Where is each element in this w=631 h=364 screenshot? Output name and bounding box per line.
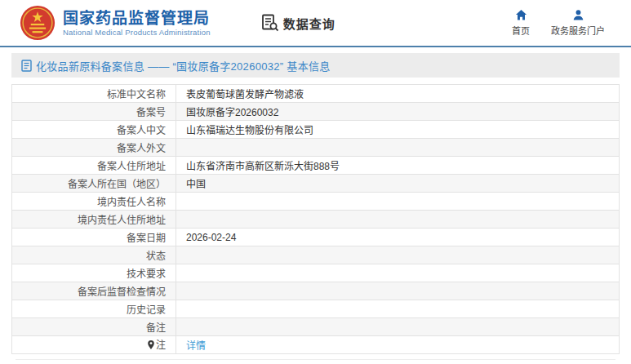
header: 国家药品监督管理局 National Medical Products Admi… xyxy=(0,0,631,47)
row-value xyxy=(176,318,620,336)
home-icon xyxy=(515,9,527,21)
row-value: 表皮葡萄球菌发酵产物滤液 xyxy=(176,85,620,103)
table-row: 历史记录 xyxy=(12,300,620,318)
agency-subtitle: National Medical Products Administration xyxy=(63,28,211,37)
table-row: 备案人中文 山东福瑞达生物股份有限公司 xyxy=(12,121,620,139)
row-value: 山东福瑞达生物股份有限公司 xyxy=(176,121,620,139)
row-value xyxy=(176,246,620,264)
row-label: 历史记录 xyxy=(12,300,176,318)
row-label: 技术要求 xyxy=(12,264,176,282)
nav-item-label: 首页 xyxy=(512,24,530,37)
row-label: 备案人所在国（地区） xyxy=(12,175,176,193)
row-label: 备案人住所地址 xyxy=(12,157,176,175)
nav-item-home[interactable]: 首页 xyxy=(512,9,530,37)
row-value: 山东省济南市高新区新泺大街888号 xyxy=(176,157,620,175)
row-value xyxy=(176,211,620,229)
document-search-icon xyxy=(261,14,279,32)
table-row: 备注 xyxy=(12,318,620,336)
data-query-label: 数据查询 xyxy=(283,15,335,32)
row-label: 备案后监督检查情况 xyxy=(12,282,176,300)
row-value xyxy=(176,264,620,282)
row-label: 备案日期 xyxy=(12,229,176,246)
row-label: 境内责任人名称 xyxy=(12,193,176,211)
table-row: 境内责任人名称 xyxy=(12,193,620,211)
table-row: 备案人所在国（地区） 中国 xyxy=(12,175,620,193)
table-row: 备案日期 2026-02-24 xyxy=(12,229,620,246)
row-value: 2026-02-24 xyxy=(176,229,620,246)
table-row: 备案号 国妆原备字20260032 xyxy=(12,103,620,121)
breadcrumb: 化妆品新原料备案信息 —— “国妆原备字20260032” 基本信息 xyxy=(11,53,620,78)
filing-info-table: 标准中文名称 表皮葡萄球菌发酵产物滤液 备案号 国妆原备字20260032 备案… xyxy=(11,84,620,360)
row-value xyxy=(176,300,620,318)
row-label: 标准中文名称 xyxy=(12,85,176,103)
page-bottom-divider xyxy=(16,359,615,360)
row-value: 详情 xyxy=(176,336,620,354)
row-label: 注 xyxy=(12,336,176,354)
table-row: 状态 xyxy=(12,246,620,264)
table-row: 备案人住所地址 山东省济南市高新区新泺大街888号 xyxy=(12,157,620,175)
row-label: 境内责任人住所地址 xyxy=(12,211,176,229)
row-value: 中国 xyxy=(176,175,620,193)
row-label: 备注 xyxy=(12,318,176,336)
table-row: 技术要求 xyxy=(12,264,620,282)
details-link[interactable]: 详情 xyxy=(186,340,206,352)
agency-title-block: 国家药品监督管理局 National Medical Products Admi… xyxy=(63,9,211,37)
data-query-button[interactable]: 数据查询 xyxy=(261,14,335,32)
table-row: 备案后监督检查情况 xyxy=(12,282,620,300)
nav-item-gov-portal[interactable]: 政务服务门户 xyxy=(551,9,605,37)
user-icon xyxy=(572,9,584,21)
nav-item-label: 政务服务门户 xyxy=(551,24,605,37)
table-row: 备案人外文 xyxy=(12,139,620,157)
document-icon xyxy=(21,60,32,72)
table-row: 注 详情 xyxy=(12,336,620,354)
row-label-text: 注 xyxy=(156,340,166,351)
row-value xyxy=(176,139,620,157)
national-emblem-icon xyxy=(20,5,56,41)
row-value xyxy=(176,282,620,300)
row-value xyxy=(176,193,620,211)
row-label: 备案人中文 xyxy=(12,121,176,139)
pin-icon xyxy=(147,340,155,353)
row-label: 备案号 xyxy=(12,103,176,121)
row-label: 状态 xyxy=(12,246,176,264)
breadcrumb-text: 化妆品新原料备案信息 —— “国妆原备字20260032” 基本信息 xyxy=(36,58,331,73)
table-row: 境内责任人住所地址 xyxy=(12,211,620,229)
row-label: 备案人外文 xyxy=(12,139,176,157)
table-row: 标准中文名称 表皮葡萄球菌发酵产物滤液 xyxy=(12,85,620,103)
row-value: 国妆原备字20260032 xyxy=(176,103,620,121)
header-nav: 首页 政务服务门户 xyxy=(512,9,611,37)
agency-title: 国家药品监督管理局 xyxy=(63,9,211,28)
